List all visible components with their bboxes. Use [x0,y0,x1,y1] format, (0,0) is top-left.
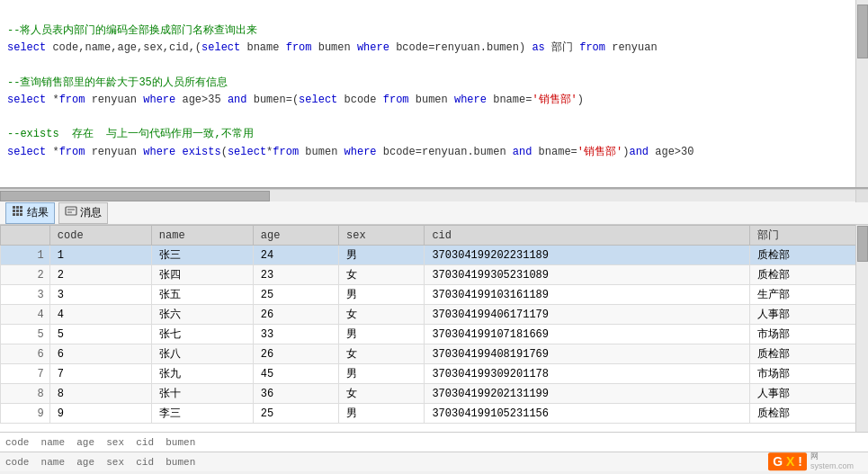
cell-cid: 370304199408191769 [425,344,750,364]
message-tab-label: 消息 [80,205,102,220]
cell-dept: 质检部 [750,246,868,265]
results-area: code name age sex cid 部门 1 1 张三 24 男 370… [0,225,868,432]
col-cid: cid [425,226,750,246]
row-number: 9 [1,404,50,424]
svg-rect-5 [20,210,22,212]
svg-rect-0 [13,206,15,209]
cell-sex: 女 [339,265,425,285]
results-scrollbar-thumb[interactable] [857,226,868,262]
message-icon [65,205,77,221]
row-number: 2 [1,265,50,285]
cell-dept: 质检部 [750,344,868,364]
svg-rect-7 [16,213,19,216]
code-line-6: select *from renyuan where exists(select… [7,146,694,158]
cell-code: 5 [49,325,151,344]
row-number: 6 [1,344,50,364]
cell-age: 36 [253,384,338,404]
cell-dept: 人事部 [750,305,868,325]
cell-cid: 370304199107181669 [425,325,750,344]
cell-cid: 370304199103161189 [425,285,750,305]
row-number: 7 [1,364,50,384]
table-row[interactable]: 9 9 李三 25 男 370304199105231156 质检部 [1,404,868,424]
table-row[interactable]: 1 1 张三 24 男 370304199202231189 质检部 [1,246,868,265]
cell-sex: 男 [339,325,425,344]
table-row[interactable]: 4 4 张六 26 女 370304199406171179 人事部 [1,305,868,325]
cell-code: 6 [49,344,151,364]
cell-age: 25 [253,285,338,305]
cell-code: 8 [49,384,151,404]
bottom-bar-1: code name age sex cid bumen [0,432,868,452]
row-number: 1 [1,246,50,265]
svg-rect-1 [16,206,19,209]
cell-code: 1 [49,246,151,265]
editor-hscroll-thumb[interactable] [0,191,270,201]
svg-rect-4 [16,210,19,212]
cell-dept: 生产部 [750,285,868,305]
table-row[interactable]: 2 2 张四 23 女 370304199305231089 质检部 [1,265,868,285]
bottom-bar-2: code name age sex cid bumen G X ! 网syste… [0,452,868,471]
svg-rect-3 [13,210,15,212]
editor-hscroll[interactable] [0,189,868,201]
row-number: 5 [1,325,50,344]
cell-name: 李三 [151,404,253,424]
svg-rect-9 [66,207,76,215]
message-tab[interactable]: 消息 [58,202,108,224]
cell-age: 26 [253,305,338,325]
comment-line-3: --查询销售部里的年龄大于35的人员所有信息 [7,76,228,89]
col-age: age [253,226,338,246]
cell-name: 张十 [151,384,253,404]
table-row[interactable]: 6 6 张八 26 女 370304199408191769 质检部 [1,344,868,364]
cell-sex: 男 [339,404,425,424]
cell-name: 张七 [151,325,253,344]
table-row[interactable]: 7 7 张九 45 男 370304199309201178 市场部 [1,364,868,384]
cell-code: 4 [49,305,151,325]
row-number: 3 [1,285,50,305]
bottom-bar2-text: code name age sex cid bumen [5,457,195,468]
cell-name: 张五 [151,285,253,305]
editor-scrollbar-thumb[interactable] [857,4,868,58]
cell-cid: 370304199305231089 [425,265,750,285]
sql-editor[interactable]: --将人员表内部门的编码全部换成部门名称查询出来 select code,nam… [0,0,868,189]
watermark-site: 网system.com [810,452,854,472]
results-vertical-scrollbar[interactable] [855,225,868,432]
cell-cid: 370304199406171179 [425,305,750,325]
editor-vertical-scrollbar[interactable] [855,0,868,187]
results-table-container[interactable]: code name age sex cid 部门 1 1 张三 24 男 370… [0,225,868,432]
bottom-bar1-text: code name age sex cid bumen [5,437,195,448]
col-name: name [151,226,253,246]
col-rownum [1,226,50,246]
cell-cid: 370304199309201178 [425,364,750,384]
comment-line-1: --将人员表内部门的编码全部换成部门名称查询出来 [7,24,257,37]
cell-cid: 370304199105231156 [425,404,750,424]
watermark: G X ! 网system.com [768,452,854,472]
comment-line-5: --exists 存在 与上一句代码作用一致,不常用 [7,128,254,140]
svg-rect-6 [13,213,15,216]
cell-code: 2 [49,265,151,285]
cell-age: 24 [253,246,338,265]
cell-sex: 男 [339,246,425,265]
code-line-4: select *from renyuan where age>35 and bu… [7,94,584,106]
col-code: code [49,226,151,246]
table-row[interactable]: 5 5 张七 33 男 370304199107181669 市场部 [1,325,868,344]
col-sex: sex [339,226,425,246]
cell-name: 张六 [151,305,253,325]
cell-sex: 女 [339,384,425,404]
cell-code: 7 [49,364,151,384]
cell-sex: 女 [339,305,425,325]
row-number: 4 [1,305,50,325]
sql-code-content[interactable]: --将人员表内部门的编码全部换成部门名称查询出来 select code,nam… [0,0,855,187]
results-table: code name age sex cid 部门 1 1 张三 24 男 370… [0,225,868,424]
cell-age: 33 [253,325,338,344]
cell-name: 张四 [151,265,253,285]
cell-age: 25 [253,404,338,424]
cell-dept: 市场部 [750,325,868,344]
cell-sex: 男 [339,364,425,384]
cell-name: 张八 [151,344,253,364]
watermark-logo: G X ! [768,453,807,471]
table-row[interactable]: 8 8 张十 36 女 370304199202131199 人事部 [1,384,868,404]
cell-age: 45 [253,364,338,384]
svg-rect-2 [20,206,22,209]
table-row[interactable]: 3 3 张五 25 男 370304199103161189 生产部 [1,285,868,305]
results-tab[interactable]: 结果 [5,202,55,224]
table-header-row: code name age sex cid 部门 [1,226,868,246]
